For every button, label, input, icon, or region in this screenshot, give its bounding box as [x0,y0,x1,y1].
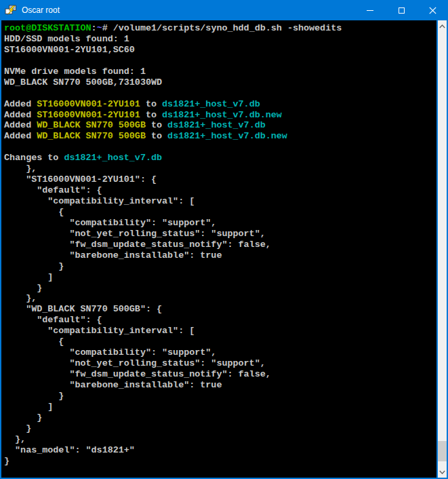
scroll-down-button[interactable] [438,466,447,478]
terminal-line: Added ST16000VN001-2YU101 to ds1821+_hos… [4,110,436,121]
terminal-line: "default": { [4,185,436,196]
terminal-output[interactable]: root@DISKSTATION:~# /volume1/scripts/syn… [1,20,436,478]
terminal-line: "compatibility": "support", [4,347,436,358]
terminal-line: HDD/SSD models found: 1 [4,34,436,45]
terminal-line: "fw_dsm_update_status_notify": false, [4,240,436,250]
terminal-line: ] [4,402,436,413]
maximize-icon [399,7,405,14]
terminal-line: { [4,207,436,218]
terminal-line: Added WD_BLACK SN770 500GB to ds1821+_ho… [4,120,436,131]
terminal-line: } [4,456,436,467]
putty-window: Oscar root root@DISKSTATION:~# /volume1/… [0,0,448,479]
terminal-line: WD_BLACK SN770 500GB,731030WD [4,77,436,88]
terminal-line: }, [4,293,436,304]
putty-terminal-icon [5,5,17,16]
titlebar[interactable]: Oscar root [0,0,448,20]
terminal-line: }, [4,164,436,174]
terminal-line: } [4,261,436,272]
terminal-line: "compatibility": "support", [4,218,436,229]
maximize-button[interactable] [386,0,417,20]
scrollbar-thumb[interactable] [438,441,447,461]
terminal-line [4,56,436,66]
terminal-line: } [4,423,436,434]
chevron-up-icon [439,24,445,28]
window-body: root@DISKSTATION:~# /volume1/scripts/syn… [0,20,448,479]
scroll-up-button[interactable] [438,20,447,32]
terminal-line: "barebone_installable": true [4,380,436,391]
window-title: Oscar root [22,5,60,15]
terminal-line: ST16000VN001-2YU101,SC60 [4,45,436,56]
terminal-line: "ST16000VN001-2YU101": { [4,174,436,185]
terminal-line: "barebone_installable": true [4,250,436,261]
terminal-line: "default": { [4,315,436,326]
terminal-line: } [4,413,436,423]
close-icon [429,7,436,14]
terminal-line [4,88,436,99]
terminal-line: "not_yet_rolling_status": "support", [4,229,436,240]
terminal-line: Added WD_BLACK SN770 500GB to ds1821+_ho… [4,131,436,142]
terminal-line: "compatibility_interval": [ [4,196,436,207]
terminal-line: "compatibility_interval": [ [4,326,436,337]
terminal-line: ] [4,272,436,283]
terminal-line: "nas_model": "ds1821+" [4,445,436,456]
terminal-line [4,142,436,153]
terminal-line: { [4,337,436,347]
terminal-line: root@DISKSTATION:~# /volume1/scripts/syn… [4,23,436,34]
terminal-line: }, [4,434,436,445]
terminal-line: Changes to ds1821+_host_v7.db [4,153,436,164]
terminal-line: } [4,391,436,402]
scrollbar[interactable] [438,20,447,478]
close-button[interactable] [417,0,448,20]
terminal-line: } [4,283,436,294]
minimize-icon [367,10,373,11]
terminal-line: "WD_BLACK SN770 500GB": { [4,304,436,315]
chevron-down-icon [439,470,445,474]
window-controls [354,0,448,20]
terminal-line: "not_yet_rolling_status": "support", [4,358,436,369]
terminal-line: "fw_dsm_update_status_notify": false, [4,369,436,380]
terminal-line: Added ST16000VN001-2YU101 to ds1821+_hos… [4,99,436,110]
terminal-line: NVMe drive models found: 1 [4,66,436,77]
minimize-button[interactable] [354,0,386,20]
